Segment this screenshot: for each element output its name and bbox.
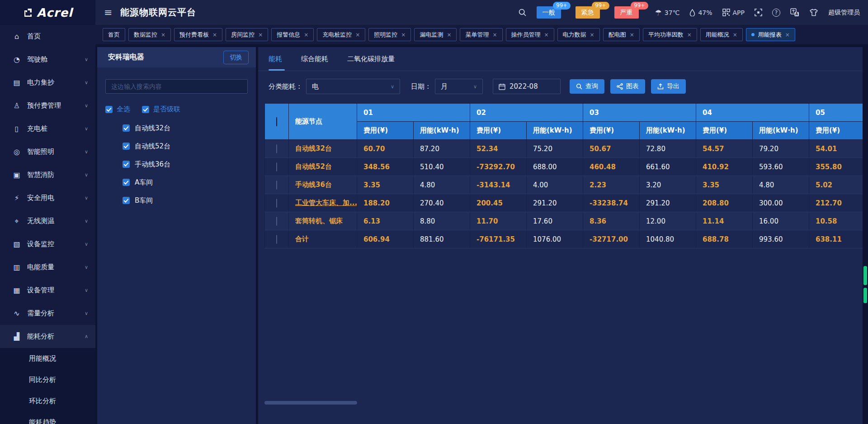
page-tab[interactable]: 报警信息× [271, 28, 314, 41]
node-link[interactable]: 手动线36台 [289, 176, 357, 194]
export-button[interactable]: 导出 [651, 79, 686, 94]
sidebar-item[interactable]: ▧设备监控∨ [0, 233, 95, 256]
node-link[interactable]: 自动线32台 [289, 140, 357, 158]
switch-button[interactable]: 切换 [223, 51, 249, 64]
sidebar-item[interactable]: ⌖无线测温∨ [0, 210, 95, 233]
row-checkbox[interactable] [276, 144, 277, 153]
user-name[interactable]: 超级管理员 [828, 9, 860, 17]
sidebar-subitem[interactable]: 能耗趋势 [0, 412, 95, 424]
page-tab[interactable]: 预付费看板× [174, 28, 222, 41]
page-tab[interactable]: 电力数据× [557, 28, 600, 41]
page-tab[interactable]: 漏电监测× [414, 28, 457, 41]
checkbox-icon[interactable] [123, 124, 130, 132]
close-icon[interactable]: × [687, 32, 692, 38]
close-icon[interactable]: × [492, 32, 497, 38]
checkbox-icon[interactable] [123, 143, 130, 150]
alarm-button-紧急[interactable]: 紧急99+ [576, 6, 600, 19]
language-icon[interactable]: A [790, 8, 799, 17]
app-qr-entry[interactable]: APP [722, 9, 745, 16]
close-icon[interactable]: × [161, 32, 165, 38]
tree-search-input[interactable] [105, 79, 248, 94]
page-tab[interactable]: 照明监控× [368, 28, 411, 41]
report-tab[interactable]: 综合能耗 [301, 55, 328, 71]
alarm-button-一般[interactable]: 一般99+ [537, 6, 561, 19]
sidebar-item[interactable]: ◔驾驶舱∨ [0, 48, 95, 71]
close-icon[interactable]: × [733, 32, 737, 38]
node-link[interactable]: 工业管大车床、加... [289, 194, 357, 212]
vertical-scrollbar-track[interactable] [863, 47, 868, 424]
row-checkbox[interactable] [276, 199, 277, 208]
date-picker[interactable]: 2022-08 [493, 79, 561, 94]
select-all-checkbox[interactable]: 全选 [105, 105, 130, 114]
node-link[interactable]: 合计 [289, 230, 357, 248]
vertical-scrollbar-thumb[interactable] [863, 288, 867, 303]
node-link[interactable]: 自动线52台 [289, 158, 357, 176]
theme-shirt-icon[interactable] [809, 9, 818, 16]
sidebar-item[interactable]: ▟能耗分析∧ [0, 325, 95, 348]
vertical-scrollbar-thumb[interactable] [863, 266, 867, 285]
page-tab[interactable]: 首页 [103, 28, 125, 41]
sidebar-item[interactable]: ▯充电桩∨ [0, 117, 95, 140]
tree-node[interactable]: 手动线36台 [97, 155, 256, 173]
horizontal-scrollbar[interactable] [264, 401, 357, 405]
checkbox-icon[interactable] [123, 161, 130, 168]
help-icon[interactable]: ? [772, 9, 780, 17]
close-icon[interactable]: × [630, 32, 634, 38]
close-icon[interactable]: × [258, 32, 263, 38]
close-icon[interactable]: × [590, 32, 594, 38]
sidebar-item[interactable]: ⌂首页 [0, 25, 95, 48]
sidebar-item[interactable]: ◎智能照明∨ [0, 140, 95, 163]
tree-node[interactable]: 自动线52台 [97, 137, 256, 155]
close-icon[interactable]: × [304, 32, 308, 38]
page-tab[interactable]: 菜单管理× [460, 28, 502, 41]
row-checkbox[interactable] [276, 162, 277, 172]
checkbox-icon[interactable] [142, 106, 149, 113]
page-tab[interactable]: 数据监控× [128, 28, 171, 41]
sidebar-item[interactable]: ▤电力集抄∨ [0, 71, 95, 94]
fullscreen-icon[interactable] [755, 9, 762, 16]
page-tab[interactable]: 操作员管理× [506, 28, 554, 41]
header-checkbox[interactable] [276, 117, 277, 126]
tree-node[interactable]: 自动线32台 [97, 119, 256, 137]
close-icon[interactable]: × [447, 32, 451, 38]
close-icon[interactable]: × [355, 32, 360, 38]
row-checkbox[interactable] [276, 181, 277, 190]
sidebar-item[interactable]: ⚡安全用电∨ [0, 186, 95, 210]
alarm-button-严重[interactable]: 严重99+ [614, 6, 639, 19]
row-checkbox[interactable] [276, 235, 277, 244]
tree-node[interactable]: B车间 [97, 191, 256, 210]
close-icon[interactable]: × [544, 32, 549, 38]
sidebar-item[interactable]: ▣智慧消防∨ [0, 163, 95, 186]
sidebar-subitem[interactable]: 同比分析 [0, 369, 95, 391]
category-select[interactable]: 电 ∨ [306, 79, 400, 94]
acrel-logo[interactable]: Acrel [0, 0, 95, 25]
sidebar-item[interactable]: ▥电能质量∨ [0, 256, 95, 279]
cascade-checkbox[interactable]: 是否级联 [142, 105, 180, 114]
search-icon[interactable] [518, 8, 527, 17]
collapse-menu-icon[interactable]: ≡ [104, 0, 112, 25]
sidebar-subitem[interactable]: 环比分析 [0, 391, 95, 412]
page-tab[interactable]: 房间监控× [226, 28, 268, 41]
page-tab[interactable]: 平均功率因数× [643, 28, 697, 41]
report-tab[interactable]: 能耗 [269, 55, 282, 71]
sidebar-item[interactable]: ∿需量分析∨ [0, 302, 95, 325]
page-tab[interactable]: 充电桩监控× [317, 28, 365, 41]
page-tab[interactable]: 配电图× [603, 28, 640, 41]
sidebar-subitem[interactable]: 用能概况 [0, 348, 95, 369]
query-button[interactable]: 查询 [570, 79, 604, 94]
page-tab[interactable]: 用能报表× [746, 28, 795, 41]
checkbox-icon[interactable] [105, 106, 113, 113]
close-icon[interactable]: × [401, 32, 406, 38]
sidebar-item[interactable]: ▦设备管理∨ [0, 279, 95, 302]
close-icon[interactable]: × [212, 32, 217, 38]
sidebar-item[interactable]: ♙预付费管理∨ [0, 94, 95, 117]
report-tab[interactable]: 二氧化碳排放量 [347, 55, 395, 71]
checkbox-icon[interactable] [123, 197, 130, 204]
row-checkbox[interactable] [276, 217, 277, 226]
tree-node[interactable]: A车间 [97, 173, 256, 191]
close-icon[interactable]: × [785, 32, 790, 38]
checkbox-icon[interactable] [123, 179, 130, 186]
chart-button[interactable]: 图表 [610, 79, 645, 94]
period-select[interactable]: 月 ∨ [435, 79, 483, 94]
node-link[interactable]: 套筒转机、锯床 [289, 212, 357, 230]
